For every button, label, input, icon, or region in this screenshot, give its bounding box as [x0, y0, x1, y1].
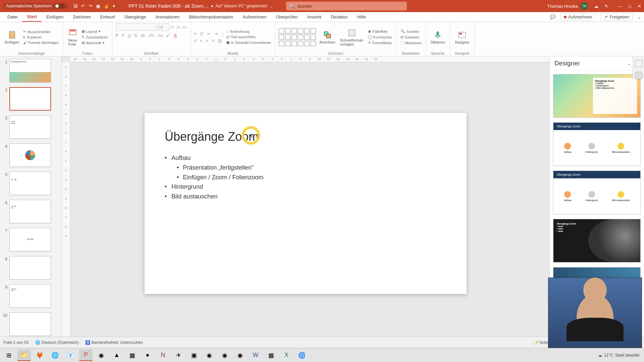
- tab-start[interactable]: Start: [22, 12, 42, 22]
- touch-icon[interactable]: ☝: [104, 3, 109, 9]
- layout-button[interactable]: ▦Layout▾: [81, 29, 109, 34]
- record-button[interactable]: Aufzeichnen: [560, 13, 596, 21]
- slide-thumbnail[interactable]: [9, 312, 51, 336]
- autosave-toggle[interactable]: Automatisches Speichern: [3, 3, 68, 9]
- spacing-icon[interactable]: AV: [149, 33, 154, 38]
- taskbar-explorer-icon[interactable]: 📁: [17, 350, 31, 361]
- thumbnails-panel[interactable]: 1Übergänge Zoom 2 3◆ ▬▬▬▬ ◆ 4 5🚀 ↔ 👤 6▬ …: [0, 56, 62, 351]
- search-box[interactable]: 🔍 Suchen: [286, 2, 407, 10]
- taskbar-outlook-icon[interactable]: 📧: [64, 350, 77, 361]
- taskbar-chrome-icon[interactable]: 🌐: [48, 350, 62, 361]
- cloud-icon[interactable]: ☁: [594, 4, 598, 9]
- text-direction-button[interactable]: ↕Textrichtung: [226, 29, 272, 34]
- slide-thumbnail[interactable]: [9, 143, 51, 167]
- tab-animationen[interactable]: Animationen: [151, 12, 184, 22]
- select-button[interactable]: ⬚Markieren: [400, 40, 422, 45]
- taskbar-vlc-icon[interactable]: ▲: [110, 350, 123, 361]
- taskbar-edge-icon[interactable]: 🌀: [295, 350, 309, 361]
- slide-title[interactable]: Übergänge Zoom: [165, 130, 446, 144]
- designer-button[interactable]: Designer: [453, 29, 471, 45]
- indent-left-icon[interactable]: ⇤: [207, 31, 211, 36]
- accessibility-button[interactable]: ♿ Barrierefreiheit: Untersuchen: [85, 340, 143, 345]
- tab-hilfe[interactable]: Hilfe: [353, 12, 371, 22]
- slide-thumbnail[interactable]: [9, 256, 51, 280]
- tab-ansicht[interactable]: Ansicht: [303, 12, 326, 22]
- replace-button[interactable]: ⇄Ersetzen: [400, 35, 422, 40]
- paste-button[interactable]: Einfügen: [3, 29, 20, 45]
- decrease-font-icon[interactable]: A↓: [177, 25, 181, 29]
- clear-format-icon[interactable]: Aₓ: [183, 25, 187, 29]
- design-idea[interactable]: Übergänge Zoom• ▬▬• ▬▬• ▬▬: [553, 219, 641, 262]
- design-idea[interactable]: Übergänge Zoom Aufbau Hintergrund Bild a…: [553, 171, 641, 214]
- slide-thumbnail[interactable]: Ende: [9, 228, 51, 251]
- chevron-down-icon[interactable]: ⌄: [627, 61, 631, 66]
- underline-icon[interactable]: U: [128, 33, 131, 38]
- slide-editor[interactable]: 1615141312111098765432101234567891011121…: [62, 56, 549, 351]
- justify-icon[interactable]: ≡: [212, 38, 214, 43]
- slide-counter[interactable]: Folie 2 von 53: [3, 340, 29, 345]
- align-left-icon[interactable]: ≡: [194, 38, 197, 43]
- system-tray[interactable]: ☁ 11°C Stark bewölkt: [598, 353, 642, 358]
- columns-icon[interactable]: ▥: [218, 38, 222, 43]
- slide-sub-bullets[interactable]: Präsentation „fertigstellen" Einfügen / …: [177, 163, 446, 182]
- taskbar-app-icon[interactable]: ●: [141, 350, 154, 361]
- language-button[interactable]: 🌐 Deutsch (Österreich): [35, 340, 78, 345]
- cut-button[interactable]: ✂Ausschneiden: [22, 29, 59, 34]
- copy-button[interactable]: ⎘Kopieren: [22, 35, 59, 40]
- tab-dictation[interactable]: Dictation: [326, 12, 353, 22]
- align-right-icon[interactable]: ≡: [206, 38, 209, 43]
- collapse-ribbon-icon[interactable]: ⌄: [638, 14, 641, 19]
- section-button[interactable]: ▤Abschnitt▾: [81, 40, 109, 45]
- present-icon[interactable]: ▣: [96, 3, 100, 9]
- bold-icon[interactable]: F: [116, 33, 118, 38]
- slide-thumbnail[interactable]: 🚀 ↔ 👤: [9, 172, 51, 195]
- italic-icon[interactable]: K: [122, 33, 125, 38]
- toggle-switch[interactable]: [54, 4, 65, 8]
- taskbar-obs-icon[interactable]: ◉: [203, 350, 216, 361]
- taskbar-app-icon[interactable]: ◉: [233, 350, 247, 361]
- taskbar-onenote-icon[interactable]: N: [156, 350, 170, 361]
- tab-einfuegen[interactable]: Einfügen: [42, 12, 68, 22]
- outline-button[interactable]: ◯Formkontur: [367, 35, 393, 40]
- slide-bullets[interactable]: Hintergrund Bild austauschen: [165, 182, 446, 201]
- taskbar-app-icon[interactable]: ▦: [125, 350, 139, 361]
- qat-dropdown-icon[interactable]: ▾: [113, 3, 115, 9]
- increase-font-icon[interactable]: A↑: [171, 25, 175, 29]
- slide-bullets[interactable]: Aufbau: [165, 153, 446, 163]
- design-idea[interactable]: Übergänge Zoom Aufbau Hintergrund Bild a…: [553, 122, 641, 166]
- tab-ueberpruefen[interactable]: Überprüfen: [271, 12, 303, 22]
- taskbar-app-icon[interactable]: ◉: [218, 350, 231, 361]
- user-account[interactable]: Thomas Hruska TH: [547, 2, 588, 10]
- tab-zeichnen[interactable]: Zeichnen: [68, 12, 95, 22]
- taskbar-app-icon[interactable]: ▣: [187, 350, 201, 361]
- tab-uebergaenge[interactable]: Übergänge: [120, 12, 151, 22]
- weather-widget[interactable]: ☁ 11°C Stark bewölkt: [598, 353, 639, 358]
- font-size-input[interactable]: [157, 23, 169, 31]
- redo-icon[interactable]: ↷: [89, 3, 93, 9]
- find-button[interactable]: 🔍Suchen: [400, 29, 422, 34]
- design-idea[interactable]: Übergänge Zoom• Aufbau• Hintergrund• Bil…: [553, 74, 641, 118]
- taskbar-app-icon[interactable]: ▦: [264, 350, 278, 361]
- slide-thumbnail[interactable]: ▬▬▬▬▬▬: [9, 284, 51, 308]
- slide-thumbnail[interactable]: ▬ ▬ 🌐▬ ▬: [9, 200, 51, 223]
- fill-button[interactable]: ◉Fülleffekt: [367, 29, 393, 34]
- taskbar-telegram-icon[interactable]: ✈: [172, 350, 185, 361]
- taskbar-app-icon[interactable]: ◉: [95, 350, 108, 361]
- taskbar-word-icon[interactable]: W: [249, 350, 262, 361]
- start-button[interactable]: ⊞: [2, 350, 15, 361]
- effects-button[interactable]: ✦Formeffekte: [367, 40, 393, 45]
- text-align-button[interactable]: ⊡Text ausrichten: [226, 35, 272, 40]
- slide-canvas[interactable]: Übergänge Zoom Aufbau Präsentation „fert…: [145, 113, 467, 294]
- smartart-button[interactable]: ⬢In SmartArt konvertieren: [226, 40, 272, 45]
- slide-thumbnail[interactable]: ◆ ▬▬▬▬ ◆: [9, 115, 51, 139]
- draw-icon[interactable]: ✎: [604, 4, 608, 9]
- undo-icon[interactable]: ↶: [81, 3, 85, 9]
- taskbar-firefox-icon[interactable]: 🦊: [33, 350, 46, 361]
- tab-aufzeichnen[interactable]: Aufzeichnen: [238, 12, 271, 22]
- taskbar-powerpoint-icon[interactable]: P: [79, 350, 93, 361]
- tab-datei[interactable]: Datei: [3, 12, 22, 22]
- minimize-icon[interactable]: —: [618, 4, 622, 9]
- dictate-button[interactable]: Diktieren: [429, 29, 446, 45]
- slide-thumbnail-selected[interactable]: [9, 87, 51, 111]
- format-painter-button[interactable]: 🖌Format übertragen: [22, 40, 59, 45]
